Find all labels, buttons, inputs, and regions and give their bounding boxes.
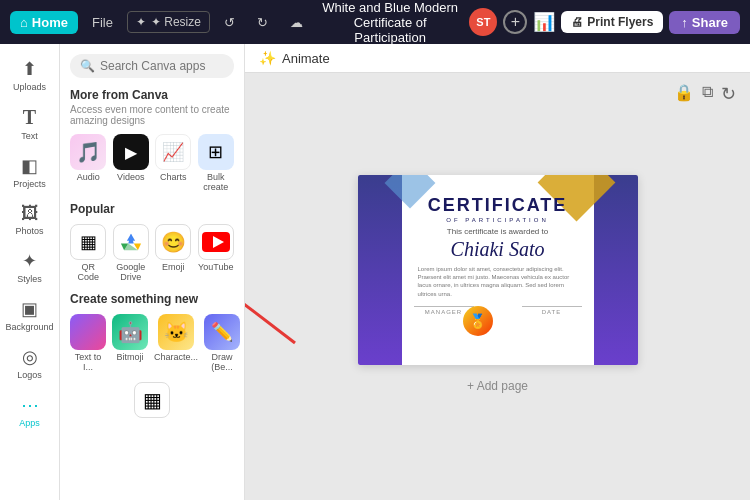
app-text-to-image[interactable]: Text to I... — [70, 314, 106, 372]
sidebar-item-projects[interactable]: ◧ Projects — [4, 149, 56, 195]
sidebar-item-photos[interactable]: 🖼 Photos — [4, 197, 56, 242]
app-draw[interactable]: ✏️ Draw (Be... — [204, 314, 240, 372]
print-flyers-button[interactable]: 🖨 Print Flyers — [561, 11, 663, 33]
animate-label[interactable]: Animate — [282, 51, 330, 66]
create-new-grid: Text to I... 🤖 Bitmoji 🐱 Characte... ✏️ … — [70, 314, 234, 372]
copy-icon[interactable]: ⧉ — [702, 83, 713, 105]
qr-label: QR Code — [70, 262, 107, 282]
cert-recipient-name: Chiaki Sato — [410, 238, 586, 261]
cert-title: CERTIFICATE — [410, 195, 586, 216]
search-input[interactable] — [100, 59, 224, 73]
audio-label: Audio — [77, 172, 100, 182]
uploads-label: Uploads — [13, 82, 46, 92]
create-new-section: Create something new Text to I... 🤖 Bitm… — [70, 292, 234, 372]
bitmoji-icon: 🤖 — [112, 314, 148, 350]
popular-title: Popular — [70, 202, 234, 216]
home-label: Home — [32, 15, 68, 30]
app-videos[interactable]: ▶ Videos — [113, 134, 150, 192]
canvas-toolbar: 🔒 ⧉ ↻ — [674, 83, 736, 105]
search-icon: 🔍 — [80, 59, 95, 73]
lock-icon[interactable]: 🔒 — [674, 83, 694, 105]
app-bitmoji[interactable]: 🤖 Bitmoji — [112, 314, 148, 372]
app-youtube[interactable]: YouTube — [198, 224, 235, 282]
avatar[interactable]: ST — [469, 8, 497, 36]
sidebar-item-background[interactable]: ▣ Background — [4, 292, 56, 338]
sidebar-icons: ⬆ Uploads T Text ◧ Projects 🖼 Photos ✦ S… — [0, 44, 60, 500]
text-to-image-label: Text to I... — [70, 352, 106, 372]
popular-apps-grid: ▦ QR Code Google Drive 😊 Emoji — [70, 224, 234, 282]
styles-icon: ✦ — [22, 250, 37, 272]
cert-date-label: DATE — [522, 309, 582, 315]
undo-button[interactable]: ↺ — [216, 11, 243, 34]
resize-button[interactable]: ✦ ✦ Resize — [127, 11, 210, 33]
qr-bottom-icon[interactable]: ▦ — [134, 382, 170, 418]
draw-icon: ✏️ — [204, 314, 240, 350]
app-qr[interactable]: ▦ QR Code — [70, 224, 107, 282]
more-canva-title: More from Canva — [70, 88, 234, 102]
share-button[interactable]: ↑ Share — [669, 11, 740, 34]
photos-icon: 🖼 — [21, 203, 39, 224]
file-button[interactable]: File — [84, 11, 121, 34]
certificate-card: CERTIFICATE OF PARTICIPATION This certif… — [358, 175, 638, 365]
logos-icon: ◎ — [22, 346, 38, 368]
sidebar-item-styles[interactable]: ✦ Styles — [4, 244, 56, 290]
youtube-label: YouTube — [198, 262, 233, 272]
home-icon: ⌂ — [20, 15, 28, 30]
more-apps-grid: 🎵 Audio ▶ Videos 📈 Charts ⊞ Bulk create — [70, 134, 234, 192]
analytics-icon[interactable]: 📊 — [533, 11, 555, 33]
home-button[interactable]: ⌂ Home — [10, 11, 78, 34]
projects-icon: ◧ — [21, 155, 38, 177]
videos-icon: ▶ — [113, 134, 149, 170]
charts-icon: 📈 — [155, 134, 191, 170]
main-area: ⬆ Uploads T Text ◧ Projects 🖼 Photos ✦ S… — [0, 44, 750, 500]
gdrive-icon — [113, 224, 149, 260]
sidebar-item-uploads[interactable]: ⬆ Uploads — [4, 52, 56, 98]
print-icon: 🖨 — [571, 15, 583, 29]
add-page-button[interactable]: + Add page — [461, 373, 534, 399]
apps-label: Apps — [19, 418, 40, 428]
resize-label: ✦ Resize — [151, 15, 201, 29]
print-label: Print Flyers — [587, 15, 653, 29]
characters-icon: 🐱 — [158, 314, 194, 350]
app-audio[interactable]: 🎵 Audio — [70, 134, 107, 192]
apps-panel: 🔍 More from Canva Access even more conte… — [60, 44, 245, 500]
add-collaborator-button[interactable]: + — [503, 10, 527, 34]
cert-seal: 🏅 — [463, 306, 493, 336]
bulk-create-icon: ⊞ — [198, 134, 234, 170]
emoji-label: Emoji — [162, 262, 185, 272]
more-canva-subtitle: Access even more content to create amazi… — [70, 104, 234, 126]
app-charts[interactable]: 📈 Charts — [155, 134, 192, 192]
app-gdrive[interactable]: Google Drive — [113, 224, 150, 282]
app-bulk-create[interactable]: ⊞ Bulk create — [198, 134, 235, 192]
top-right-controls: ST + 📊 🖨 Print Flyers ↑ Share — [469, 8, 740, 36]
app-emoji[interactable]: 😊 Emoji — [155, 224, 192, 282]
uploads-icon: ⬆ — [22, 58, 37, 80]
gdrive-label: Google Drive — [113, 262, 150, 282]
text-label: Text — [21, 131, 38, 141]
redo-button[interactable]: ↻ — [249, 11, 276, 34]
text-icon: T — [23, 106, 36, 129]
animate-bar: ✨ Animate — [245, 44, 750, 73]
share-icon: ↑ — [681, 15, 688, 30]
search-bar[interactable]: 🔍 — [70, 54, 234, 78]
cert-subtitle: OF PARTICIPATION — [410, 217, 586, 223]
sidebar-item-text[interactable]: T Text — [4, 100, 56, 147]
videos-label: Videos — [117, 172, 144, 182]
sidebar-item-logos[interactable]: ◎ Logos — [4, 340, 56, 386]
draw-label: Draw (Be... — [204, 352, 240, 372]
photos-label: Photos — [15, 226, 43, 236]
document-title: White and Blue Modern Certificate of Par… — [317, 0, 463, 45]
more-from-canva-section: More from Canva Access even more content… — [70, 88, 234, 192]
cert-awarded-text: This certificate is awarded to — [410, 227, 586, 236]
apps-icon: ⋯ — [21, 394, 39, 416]
popular-section: Popular ▦ QR Code Google Drive 😊 Emoji — [70, 202, 234, 282]
charts-label: Charts — [160, 172, 187, 182]
save-button[interactable]: ☁ — [282, 11, 311, 34]
refresh-icon[interactable]: ↻ — [721, 83, 736, 105]
sidebar-item-apps[interactable]: ⋯ Apps — [4, 388, 56, 434]
cert-body-text: Lorem ipsum dolor sit amet, consectetur … — [418, 265, 578, 299]
bitmoji-label: Bitmoji — [116, 352, 143, 362]
app-characters[interactable]: 🐱 Characte... — [154, 314, 198, 372]
canvas-area: ✨ Animate 🔒 ⧉ ↻ — [245, 44, 750, 500]
qr-icon: ▦ — [70, 224, 106, 260]
